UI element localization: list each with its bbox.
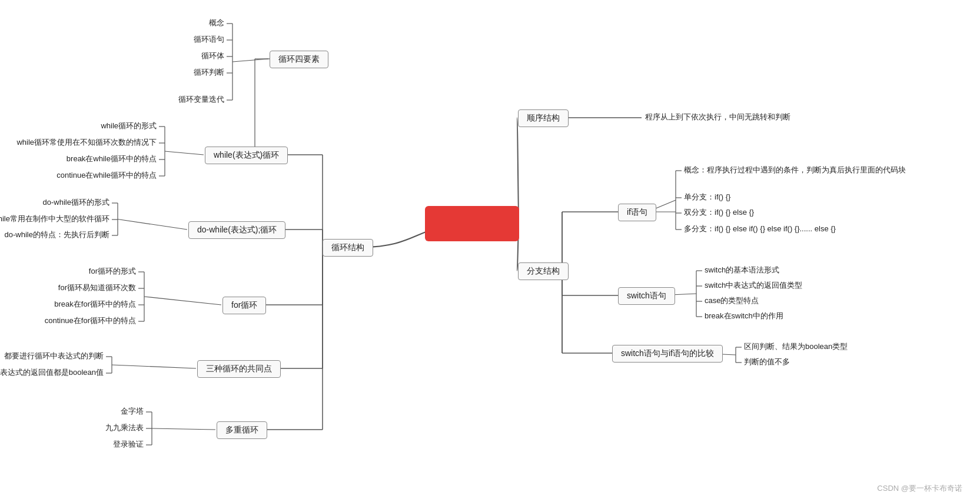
node-label: 循环变量迭代 <box>178 94 224 105</box>
node-label: 单分支：if() {} <box>684 192 730 202</box>
node-label: 概念：程序执行过程中遇到的条件，判断为真后执行里面的代码块 <box>684 165 906 175</box>
box-node: 循环四要素 <box>270 51 328 68</box>
node-label: 循环体 <box>201 51 224 61</box>
box-node: 三种循环的共同点 <box>197 360 281 378</box>
node-label: 判断的值不多 <box>744 357 790 367</box>
node-label: 循环的表达式的返回值都是boolean值 <box>0 367 104 378</box>
svg-line-65 <box>152 428 215 430</box>
node-label: break在switch中的作用 <box>705 311 783 321</box>
node-label: switch中表达式的返回值类型 <box>705 280 802 291</box>
svg-line-59 <box>112 365 196 368</box>
node-label: continue在for循环中的特点 <box>45 315 136 326</box>
node-label: do-while常用在制作中大型的软件循环 <box>0 214 109 224</box>
node-label: 区间判断、结果为boolean类型 <box>744 341 848 352</box>
svg-line-35 <box>232 59 268 62</box>
center-node <box>425 206 519 241</box>
svg-line-27 <box>165 151 204 155</box>
node-label: switch的基本语法形式 <box>705 265 779 275</box>
node-label: for循环的形式 <box>89 266 136 277</box>
box-node: while(表达式)循环 <box>205 147 288 164</box>
svg-line-51 <box>144 297 221 305</box>
node-label: while循环常使用在不知循环次数的情况下 <box>16 137 157 148</box>
node-label: while循环的形式 <box>101 121 157 131</box>
node-label: 程序从上到下依次执行，中间无跳转和判断 <box>645 112 790 122</box>
node-label: 循环语句 <box>194 34 224 45</box>
box-node: do-while(表达式);循环 <box>188 221 285 239</box>
node-label: 九九乘法表 <box>105 423 144 433</box>
node-label: continue在while循环中的特点 <box>57 170 157 181</box>
node-label: break在for循环中的特点 <box>54 299 136 310</box>
box-node: if语句 <box>618 204 656 221</box>
node-label: 双分支：if() {} else {} <box>684 207 754 218</box>
node-label: 都要进行循环中表达式的判断 <box>4 351 104 361</box>
box-node: 分支结构 <box>518 262 569 280</box>
box-node: switch语句与if语句的比较 <box>612 345 723 363</box>
node-label: 多分支：if() {} else if() {} else if() {}...… <box>684 224 836 234</box>
node-label: case的类型特点 <box>705 295 759 306</box>
box-node: for循环 <box>222 297 266 314</box>
node-label: do-while循环的形式 <box>43 197 109 208</box>
node-label: for循环易知道循环次数 <box>58 282 136 293</box>
node-label: do-while的特点：先执行后判断 <box>5 230 109 240</box>
node-label: 金字塔 <box>121 406 144 417</box>
node-label: break在while循环中的特点 <box>67 154 157 164</box>
watermark: CSDN @要一杯卡布奇诺 <box>877 483 962 494</box>
node-label: 概念 <box>209 18 224 28</box>
box-node: switch语句 <box>618 287 675 305</box>
node-label: 登录验证 <box>113 439 144 450</box>
svg-line-44 <box>118 220 187 230</box>
node-label: 循环判断 <box>194 67 224 78</box>
box-node: 循环结构 <box>323 239 373 257</box>
box-node: 顺序结构 <box>518 109 569 127</box>
box-node: 多重循环 <box>217 421 267 439</box>
